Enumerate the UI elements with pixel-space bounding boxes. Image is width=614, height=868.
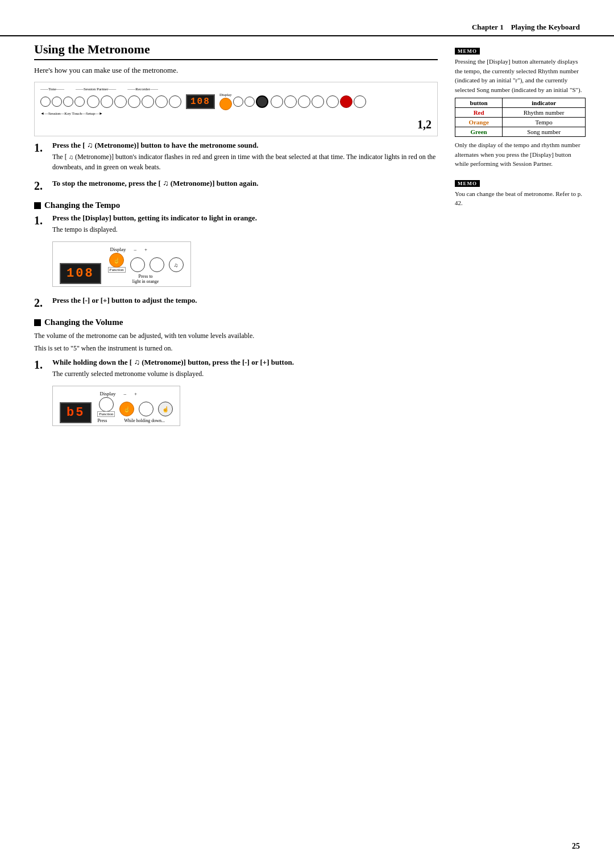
step-1-desc: The [ ♫ (Metronome)] button's indicator …: [52, 152, 438, 172]
step-1-main: Press the [ ♫ (Metronome)] button to hav…: [52, 141, 438, 150]
tempo-step-2-main: Press the [-] or [+] button to adjust th…: [52, 296, 438, 305]
step-1: 1. Press the [ ♫ (Metronome)] button to …: [34, 141, 438, 174]
table-cell-indicator-green: Song number: [503, 127, 586, 137]
tempo-step-2-number: 2.: [34, 296, 48, 310]
minus-label: –: [134, 247, 137, 252]
vol-minus-label: –: [123, 391, 126, 397]
split-btn[interactable]: [74, 97, 85, 107]
vol-plus-btn[interactable]: [139, 402, 154, 416]
table-row: Orange Tempo: [455, 118, 586, 127]
left-buttons: [40, 97, 85, 107]
tempo-heading-text: Changing the Tempo: [44, 201, 120, 210]
kb-bottom-label-session: ◄—Session—Key Touch—Setup—►: [40, 111, 103, 116]
tone-buttons: [87, 95, 181, 108]
section-title: Using the Metronome: [34, 42, 438, 60]
volume-step-1-main: While holding down the [ ♫ (Metronome)] …: [52, 358, 438, 367]
chapter-number: Chapter 1: [472, 23, 504, 31]
plus-btn[interactable]: [244, 97, 255, 107]
memo-1-text: Pressing the [Display] button alternatel…: [455, 57, 586, 94]
vol-function-label: Function: [97, 412, 115, 416]
volume-step-1-desc: The currently selected metronome volume …: [52, 369, 438, 379]
vol-caption-row: Press While holding down...: [97, 418, 173, 423]
table-col-indicator: indicator: [503, 98, 586, 108]
tempo-step-1-number: 1.: [34, 214, 48, 291]
recorder-label: ——Recorder——: [127, 87, 158, 91]
table-row: Red Rhythm number: [455, 108, 586, 118]
press-to-caption: Press to light in orange: [108, 274, 184, 284]
chapter-header: Chapter 1 Playing the Keyboard: [472, 23, 580, 32]
tempo-step-1-main: Press the [Display] button, getting its …: [52, 214, 438, 223]
vol-plus-label: +: [134, 391, 137, 397]
table-row: Green Song number: [455, 127, 586, 137]
transpose-btn[interactable]: [63, 97, 73, 107]
table-cell-button-green: Green: [455, 127, 503, 137]
guitar-btn[interactable]: [128, 95, 140, 108]
tempo-diagram: 108 Display – + ☝: [52, 241, 191, 287]
session-partner-label: ——Session Partner——: [76, 87, 116, 91]
piano-btn[interactable]: [87, 95, 99, 108]
step-1-number: 1.: [34, 141, 48, 174]
eq-btn[interactable]: [354, 95, 366, 108]
main-display: 108: [186, 94, 215, 109]
display-btn[interactable]: [219, 98, 232, 110]
vol-press-caption: Press: [97, 418, 107, 423]
vol-hold-caption: While holding down...: [124, 418, 165, 423]
tempo-display-btn[interactable]: ☝: [109, 253, 124, 268]
chapter-title: Playing the Keyboard: [511, 23, 580, 31]
memo-1: MEMO Pressing the [Display] button alter…: [455, 48, 586, 169]
effects-btn[interactable]: [52, 97, 62, 107]
display-btn-label: Display: [110, 247, 126, 252]
metronome-btn[interactable]: [256, 95, 268, 108]
rec-btn[interactable]: [340, 95, 352, 108]
bass-btn[interactable]: [142, 95, 154, 108]
intro-text: Here's how you can make use of the metro…: [34, 66, 438, 75]
table-col-button: button: [455, 98, 503, 108]
pad-btn[interactable]: [155, 95, 168, 108]
indicator-table: button indicator Red Rhythm number Orang…: [455, 98, 586, 137]
tempo-step-2: 2. Press the [-] or [+] button to adjust…: [34, 296, 438, 310]
tempo-heading: Changing the Tempo: [34, 201, 438, 210]
step-2: 2. To stop the metronome, press the [ ♫ …: [34, 179, 438, 193]
rec-stop-btn[interactable]: [326, 95, 339, 108]
vol-metronome-btn[interactable]: ☝: [158, 402, 173, 416]
reverb-btn[interactable]: [40, 97, 51, 107]
table-cell-indicator-red: Rhythm number: [503, 108, 586, 118]
memo-2: MEMO You can change the beat of metronom…: [455, 180, 586, 208]
table-cell-indicator-orange: Tempo: [503, 118, 586, 127]
memo-2-text: You can change the beat of metronome. Re…: [455, 189, 586, 208]
vol-minus-btn[interactable]: ☝: [119, 402, 134, 416]
tempo-function-label: Function: [108, 268, 126, 272]
volume-diagram: b5 Display – + Func: [52, 386, 180, 426]
tempo-metronome-btn[interactable]: ♫: [169, 257, 184, 272]
play-stop-btn[interactable]: [312, 95, 324, 108]
table-cell-button-red: Red: [455, 108, 503, 118]
tempo-plus-btn[interactable]: [150, 257, 164, 272]
tempo-minus-btn[interactable]: [130, 257, 145, 272]
step-2-main: To stop the metronome, press the [ ♫ (Me…: [52, 179, 438, 188]
plus-label: +: [144, 247, 147, 252]
volume-desc2: This is set to "5" when the instrument i…: [34, 343, 438, 353]
volume-step-1-number: 1.: [34, 358, 48, 431]
keyboard-diagram: ——Tone—— ——Session Partner—— ——Recorder—…: [34, 82, 438, 136]
minus-btn[interactable]: [233, 97, 243, 107]
side-column: MEMO Pressing the [Display] button alter…: [455, 42, 586, 435]
tempo-step-1: 1. Press the [Display] button, getting i…: [34, 214, 438, 291]
vol-display-btn[interactable]: [99, 397, 114, 412]
step-2-number: 2.: [34, 179, 48, 193]
chord-btn[interactable]: [284, 95, 297, 108]
diagram-number: 1,2: [40, 118, 432, 131]
volume-desc1: The volume of the metronome can be adjus…: [34, 331, 438, 341]
start-stop-btn[interactable]: [271, 95, 283, 108]
memo-2-icon: MEMO: [455, 180, 480, 187]
table-cell-button-orange: Orange: [455, 118, 503, 127]
epiano-btn[interactable]: [101, 95, 113, 108]
memo-1b-text: Only the display of the tempo and rhythm…: [455, 140, 586, 169]
gm2-btn[interactable]: [169, 95, 181, 108]
organ-btn[interactable]: [114, 95, 127, 108]
display-function-buttons: Display: [219, 93, 268, 110]
volume-heading: Changing the Volume: [34, 318, 438, 327]
display-label: Display: [219, 93, 232, 97]
vol-display: b5: [60, 402, 92, 423]
session-partner-buttons: [271, 95, 324, 108]
chord-progressions-btn[interactable]: [298, 95, 310, 108]
